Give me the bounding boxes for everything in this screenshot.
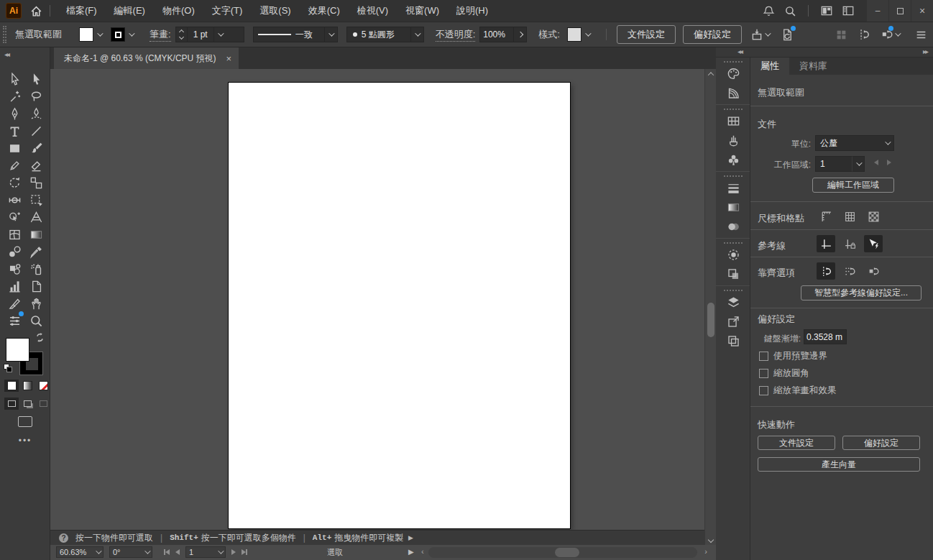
next-artboard-icon[interactable]	[231, 549, 236, 555]
artboard-number-dropdown[interactable]: 1	[185, 546, 226, 558]
snap-to-pixel-icon[interactable]	[864, 262, 883, 280]
shape-builder-tool[interactable]	[5, 208, 24, 226]
control-bar-menu-icon[interactable]	[915, 29, 927, 41]
edit-toolbar-tool[interactable]	[5, 312, 24, 329]
opacity-label[interactable]: 不透明度:	[436, 28, 476, 42]
panel-grip[interactable]	[724, 175, 743, 177]
stroke-weight-field[interactable]: 1 pt	[175, 27, 244, 42]
document-tab[interactable]: 未命名-1 @ 60.63 % (CMYK/CPU 預視) ×	[54, 47, 239, 69]
swatches-panel-icon[interactable]	[716, 111, 750, 131]
panel-grip[interactable]	[724, 290, 743, 291]
show-rulers-icon[interactable]	[817, 208, 835, 225]
search-icon[interactable]	[779, 0, 801, 22]
checkbox-scale-corners[interactable]	[759, 369, 768, 378]
transparency-panel-icon[interactable]	[716, 217, 750, 237]
free-transform-tool[interactable]	[27, 191, 45, 208]
gradient-tool[interactable]	[27, 226, 45, 243]
dock-expand-icon[interactable]: ▸▸	[923, 47, 927, 55]
style-dropdown[interactable]	[582, 27, 593, 42]
scroll-down-icon[interactable]	[705, 535, 717, 545]
checkbox-row-scale-strokes[interactable]: 縮放筆畫和效果	[759, 385, 837, 397]
checkbox-row-scale-corners[interactable]: 縮放圓角	[759, 367, 809, 380]
scroll-left-icon[interactable]: ‹	[421, 547, 424, 556]
slice-tool[interactable]	[5, 295, 24, 312]
gradient-mode-button[interactable]	[20, 380, 35, 392]
help-icon[interactable]: ?	[59, 533, 68, 543]
draw-behind-button[interactable]	[20, 398, 35, 410]
menu-object[interactable]: 物件(O)	[154, 0, 203, 22]
workspace-switcher-icon[interactable]	[837, 0, 859, 22]
width-tool[interactable]	[5, 191, 24, 208]
magic-wand-tool[interactable]	[5, 88, 24, 105]
illustrator-logo-icon[interactable]: Ai	[6, 3, 22, 19]
panel-grip[interactable]	[724, 61, 743, 63]
panel-grip[interactable]	[724, 242, 743, 244]
vertical-scrollbar[interactable]	[704, 69, 716, 545]
screen-mode-button[interactable]	[18, 416, 32, 427]
scroll-right-icon[interactable]: ›	[704, 547, 707, 556]
eyedropper-tool[interactable]	[27, 243, 45, 260]
artboards-panel-icon[interactable]	[716, 331, 750, 351]
menu-effect[interactable]: 效果(C)	[300, 0, 349, 22]
stroke-weight-value[interactable]: 1 pt	[188, 29, 213, 40]
default-fill-stroke-icon[interactable]	[4, 364, 13, 373]
menu-view[interactable]: 檢視(V)	[349, 0, 397, 22]
vertical-scroll-thumb[interactable]	[707, 303, 714, 337]
panel-grip[interactable]	[3, 26, 6, 43]
stroke-profile-dropdown[interactable]	[324, 27, 337, 42]
show-transparency-grid-icon[interactable]	[864, 208, 883, 225]
style-swatch[interactable]	[567, 27, 582, 42]
stroke-weight-dropdown[interactable]	[213, 27, 226, 42]
horizontal-scrollbar[interactable]	[428, 547, 697, 558]
artboard-field-dropdown[interactable]	[852, 156, 865, 172]
snap-to-point-icon[interactable]	[817, 262, 835, 280]
swap-fill-stroke-icon[interactable]	[35, 332, 45, 343]
first-artboard-icon[interactable]	[164, 549, 170, 555]
snap-to-grid-icon[interactable]	[840, 262, 859, 280]
canvas[interactable]	[50, 69, 716, 530]
qa-preferences-button[interactable]: 偏好設定	[842, 436, 920, 450]
panel-grip[interactable]	[724, 109, 743, 110]
artboard[interactable]	[229, 83, 570, 528]
mesh-tool[interactable]	[5, 226, 24, 243]
paintbrush-tool[interactable]	[27, 139, 45, 157]
menu-file[interactable]: 檔案(F)	[58, 0, 106, 22]
tab-libraries[interactable]: 資料庫	[789, 58, 837, 75]
graphic-styles-panel-icon[interactable]	[716, 265, 750, 284]
line-segment-tool[interactable]	[27, 122, 45, 139]
brush-dropdown[interactable]	[410, 27, 423, 42]
menu-select[interactable]: 選取(S)	[251, 0, 299, 22]
previous-artboard-icon[interactable]	[175, 549, 180, 555]
edit-artboards-button[interactable]: 編輯工作區域	[812, 178, 894, 193]
menu-edit[interactable]: 編輯(E)	[106, 0, 154, 22]
stroke-profile-field[interactable]: 一致	[253, 27, 338, 42]
home-icon[interactable]	[30, 5, 42, 17]
qa-document-setup-button[interactable]: 文件設定	[758, 436, 835, 450]
symbol-sprayer-tool[interactable]	[27, 260, 45, 277]
maximize-button[interactable]	[889, 0, 911, 22]
arrange-documents-icon[interactable]	[816, 0, 837, 22]
stroke-weight-stepper[interactable]	[176, 27, 188, 42]
fill-color-indicator[interactable]	[6, 338, 29, 362]
brush-field[interactable]: 5 點圓形	[346, 27, 424, 42]
opacity-value[interactable]: 100%	[480, 29, 508, 40]
draw-normal-button[interactable]	[4, 398, 19, 410]
rotation-dropdown[interactable]: 0°	[109, 546, 152, 558]
tab-close-icon[interactable]: ×	[226, 53, 232, 64]
direct-selection-tool[interactable]	[27, 70, 45, 88]
show-guides-icon[interactable]	[817, 235, 835, 252]
minimize-button[interactable]: –	[867, 0, 888, 22]
menu-help[interactable]: 說明(H)	[448, 0, 497, 22]
tab-properties[interactable]: 屬性	[750, 58, 789, 75]
column-graph-tool[interactable]	[5, 277, 24, 295]
opacity-expand[interactable]	[513, 27, 526, 42]
zoom-level-dropdown[interactable]: 60.63%	[56, 546, 104, 558]
opacity-field[interactable]: 100%	[479, 27, 527, 42]
rotate-tool[interactable]	[5, 174, 24, 191]
layers-panel-icon[interactable]	[716, 293, 750, 312]
checkbox-preview-bounds[interactable]	[759, 352, 768, 361]
horizontal-scroll-thumb[interactable]	[555, 548, 579, 557]
cloud-document-icon[interactable]	[781, 28, 794, 42]
export-panel-icon[interactable]	[716, 312, 750, 331]
smart-guides-preferences-button[interactable]: 智慧型參考線偏好設定...	[801, 285, 921, 300]
